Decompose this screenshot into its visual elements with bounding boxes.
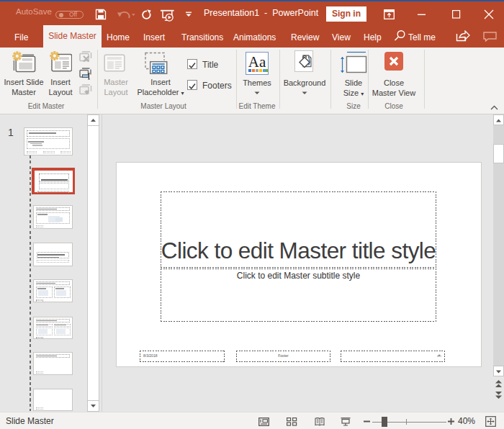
svg-text:Aa: Aa bbox=[248, 53, 266, 71]
